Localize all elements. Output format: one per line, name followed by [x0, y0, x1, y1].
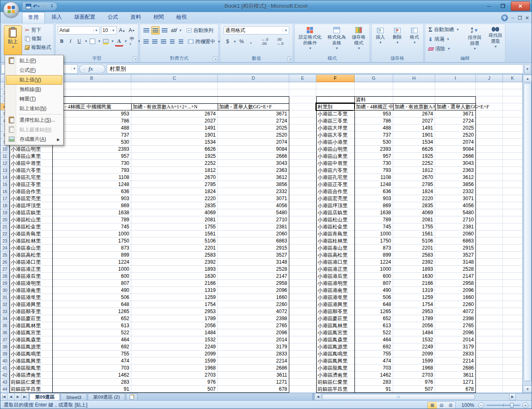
cell-B28[interactable]: 600 — [52, 273, 131, 280]
column-header-J[interactable]: J — [476, 75, 503, 82]
zoom-in-button[interactable]: + — [522, 402, 528, 408]
cell-J29[interactable] — [476, 280, 503, 287]
cell-A21[interactable]: 小港區松金里 — [10, 223, 52, 230]
cell-H16[interactable]: 1824 — [393, 188, 435, 195]
row-header-16[interactable]: 16 — [0, 188, 10, 195]
cell-F33[interactable]: 小港區順苓里 — [316, 308, 355, 315]
cell-D37[interactable]: 2014 — [218, 336, 289, 343]
cell-G14[interactable]: 1108 — [355, 174, 393, 181]
cell-D26[interactable]: 3148 — [218, 259, 289, 266]
cell-E9[interactable] — [289, 139, 316, 146]
cell-F42[interactable]: 小港區濟南里 — [316, 372, 355, 379]
cell-A36[interactable]: 小港區鳳宮里 — [10, 329, 52, 336]
cell-E25[interactable] — [289, 252, 316, 259]
insert-worksheet-button[interactable] — [126, 393, 138, 400]
cell-H20[interactable]: 2081 — [393, 216, 435, 223]
cell-H23[interactable]: 5106 — [393, 238, 435, 245]
cell-H3[interactable] — [393, 96, 435, 103]
cell-K3[interactable] — [503, 96, 522, 103]
cell-E26[interactable] — [289, 259, 316, 266]
cell-B5[interactable]: 953 — [52, 110, 131, 118]
cell-B30[interactable]: 490 — [52, 287, 131, 294]
cell-H1[interactable] — [393, 82, 435, 89]
minimize-button[interactable]: ─ — [483, 2, 495, 10]
cell-B16[interactable]: 636 — [52, 188, 131, 195]
cell-F37[interactable]: 小港區鳳森里 — [316, 336, 355, 343]
cell-styles-button[interactable]: 儲存格樣式▼ — [349, 26, 368, 53]
horizontal-scrollbar-thumb[interactable] — [322, 394, 475, 400]
cell-B25[interactable]: 899 — [52, 252, 131, 259]
increase-decimal-button[interactable]: ←.0 .00 — [260, 37, 274, 46]
cell-A40[interactable]: 小港區鳳興里 — [10, 358, 52, 365]
cell-G3[interactable]: 資料 — [355, 96, 393, 103]
cell-F28[interactable]: 小港區港后里 — [316, 273, 355, 280]
comma-button[interactable]: , — [247, 37, 255, 46]
cell-J10[interactable] — [476, 146, 503, 153]
cell-E23[interactable] — [289, 238, 316, 245]
cell-F14[interactable]: 小港區孔宅里 — [316, 174, 355, 181]
cell-F8[interactable]: 小港區大苓里 — [316, 132, 355, 139]
cell-A32[interactable]: 小港區港興里 — [10, 301, 52, 308]
cell-G17[interactable]: 903 — [355, 195, 393, 202]
cell-J11[interactable] — [476, 153, 503, 160]
cell-C21[interactable]: 1755 — [131, 223, 218, 230]
ribbon-tab-item[interactable]: 檢視 — [170, 12, 192, 23]
cell-G43[interactable]: 283 — [355, 379, 393, 386]
row-header-14[interactable]: 14 — [0, 174, 10, 181]
cell-I41[interactable]: 2686 — [435, 365, 476, 372]
cell-E11[interactable] — [289, 153, 316, 160]
cell-I36[interactable]: 2096 — [435, 329, 476, 336]
cell-D15[interactable]: 3856 — [218, 181, 289, 188]
cell-J6[interactable] — [476, 118, 503, 125]
decrease-decimal-button[interactable]: .00 →.0 — [275, 37, 289, 46]
row-header-36[interactable]: 36 — [0, 329, 10, 336]
cell-G35[interactable]: 613 — [355, 322, 393, 329]
insert-function-button[interactable]: fx — [79, 64, 105, 73]
cell-B12[interactable]: 730 — [52, 160, 131, 167]
cell-H9[interactable]: 1534 — [393, 139, 435, 146]
cell-D1[interactable] — [218, 82, 289, 89]
cell-G34[interactable]: 652 — [355, 315, 393, 322]
cell-F15[interactable]: 小港區正苓里 — [316, 181, 355, 188]
cell-K7[interactable] — [503, 125, 522, 132]
cell-B1[interactable] — [52, 82, 131, 89]
column-header-B[interactable]: B — [52, 75, 131, 82]
currency-dropdown-icon[interactable]: ▼ — [233, 40, 236, 44]
cell-I3[interactable] — [435, 96, 476, 103]
row-header-30[interactable]: 30 — [0, 287, 10, 294]
cell-K29[interactable] — [503, 280, 522, 287]
cell-A33[interactable]: 小港區順苓里 — [10, 308, 52, 315]
cell-H5[interactable]: 2674 — [393, 110, 435, 118]
cell-E28[interactable] — [289, 273, 316, 280]
cell-G31[interactable]: 506 — [355, 294, 393, 301]
cell-D17[interactable]: 3071 — [218, 195, 289, 202]
cell-D21[interactable]: 2381 — [218, 223, 289, 230]
copy-button[interactable]: 複製 — [24, 34, 52, 43]
tab-split-handle[interactable] — [312, 393, 315, 400]
orientation-dropdown-icon[interactable]: ▼ — [179, 29, 182, 32]
cell-C44[interactable]: 507 — [131, 386, 218, 393]
cell-K13[interactable] — [503, 167, 522, 174]
phonetic-button[interactable]: 中² — [128, 37, 136, 45]
cell-C31[interactable]: 1259 — [131, 294, 218, 301]
cell-B10[interactable]: 2393 — [52, 146, 131, 153]
cell-E5[interactable] — [289, 110, 316, 118]
paste-menu-item[interactable]: 選擇性貼上(S)... — [6, 115, 62, 125]
row-header-34[interactable]: 34 — [0, 315, 10, 322]
row-header-38[interactable]: 38 — [0, 343, 10, 350]
cell-G12[interactable]: 730 — [355, 160, 393, 167]
row-header-44[interactable]: 44 — [0, 386, 10, 393]
cell-D43[interactable]: 1271 — [218, 379, 289, 386]
cell-E24[interactable] — [289, 245, 316, 252]
cell-H21[interactable]: 1755 — [393, 223, 435, 230]
cell-F34[interactable]: 小港區廈莊里 — [316, 315, 355, 322]
formula-input[interactable]: 村里別 — [107, 64, 523, 73]
cell-G1[interactable] — [355, 82, 393, 89]
cell-B44[interactable]: 91 — [52, 386, 131, 393]
cell-H41[interactable]: 1968 — [393, 365, 435, 372]
cell-I31[interactable]: 1660 — [435, 294, 476, 301]
cell-I18[interactable]: 4056 — [435, 202, 476, 209]
cell-G37[interactable]: 464 — [355, 336, 393, 343]
format-painter-button[interactable]: 複製格式 — [24, 43, 52, 52]
borders-button[interactable] — [89, 37, 96, 45]
